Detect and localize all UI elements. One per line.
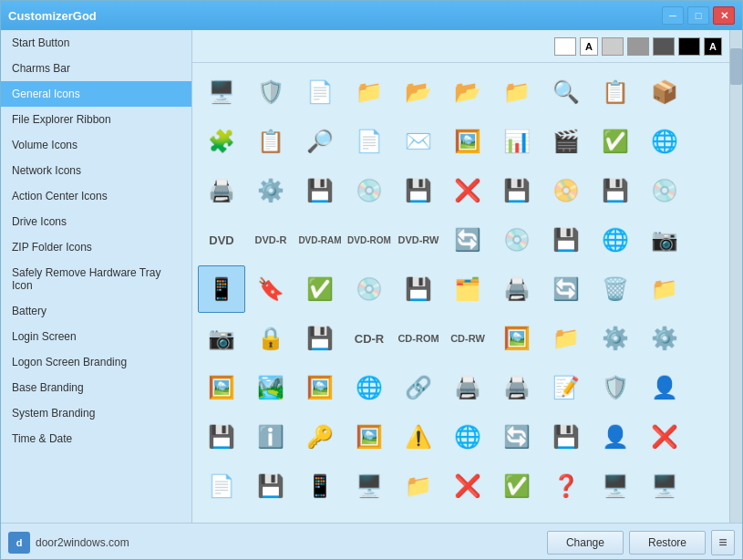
icon-cell-sync[interactable]: 🔄: [542, 265, 590, 313]
icon-cell-dvdr[interactable]: DVD-R: [247, 216, 294, 264]
icon-cell-music[interactable]: 🎵: [493, 512, 541, 523]
icon-cell-shield3[interactable]: 🛡️: [444, 512, 491, 523]
icon-cell-puzzle[interactable]: 🧩: [198, 118, 245, 165]
label-a-white[interactable]: A: [580, 37, 598, 56]
icon-cell-globe3[interactable]: 🌐: [346, 364, 393, 411]
icon-cell-disk4[interactable]: 💾: [296, 315, 344, 362]
icon-cell-dvdrw[interactable]: DVD-RW: [395, 216, 442, 264]
icon-cell-warning[interactable]: ⚠️: [395, 413, 442, 461]
icon-cell-clipboard[interactable]: 📋: [247, 118, 294, 165]
icon-cell-spreadsheet[interactable]: 📊: [493, 118, 541, 165]
menu-button[interactable]: ≡: [711, 530, 735, 555]
icon-cell-display[interactable]: 🖥️: [641, 462, 688, 510]
icon-cell-cancel[interactable]: ❌: [346, 512, 393, 523]
icon-cell-notepad[interactable]: 📝: [542, 364, 590, 411]
sidebar-item-base-branding[interactable]: Base Branding: [1, 375, 191, 400]
icon-cell-presentation[interactable]: 📊: [247, 512, 294, 523]
icon-cell-delete[interactable]: ❌: [641, 413, 688, 461]
icon-cell-globe2[interactable]: 🌐: [592, 216, 639, 264]
icon-cell-folder6[interactable]: 📁: [395, 462, 442, 510]
icon-cell-dvd2[interactable]: DVD: [198, 216, 245, 264]
swatch-light-gray[interactable]: [602, 37, 624, 56]
icon-cell-cdrom[interactable]: CD-ROM: [395, 315, 442, 362]
scrollbar[interactable]: [729, 30, 742, 523]
icon-cell-printer2[interactable]: 🖨️: [493, 265, 541, 313]
icon-cell-printer[interactable]: 🖨️: [198, 167, 245, 214]
icon-cell-save[interactable]: 💾: [198, 413, 245, 461]
sidebar-item-zip-folder-icons[interactable]: ZIP Folder Icons: [1, 234, 191, 260]
icon-cell-verified[interactable]: ✅: [395, 512, 442, 523]
icon-cell-camera[interactable]: 📷: [641, 216, 688, 264]
icon-cell-dvd1[interactable]: 📀: [542, 167, 590, 214]
icon-cell-hdd2[interactable]: 💾: [542, 216, 590, 264]
swatch-black[interactable]: [678, 37, 700, 56]
icon-cell-bookmark[interactable]: 🔖: [247, 265, 294, 313]
icon-cell-disk5[interactable]: 💾: [542, 413, 590, 461]
icon-cell-user[interactable]: 👤: [641, 364, 688, 411]
icon-cell-video[interactable]: 🎬: [542, 118, 590, 165]
icon-cell-landscape[interactable]: 🏞️: [247, 364, 294, 411]
icon-cell-globe[interactable]: 🌐: [641, 118, 688, 165]
sidebar-item-system-branding[interactable]: System Branding: [1, 400, 191, 426]
icon-cell-gallery[interactable]: 🖼️: [296, 364, 344, 411]
icon-cell-key[interactable]: 🔑: [296, 413, 344, 461]
icon-cell-x-mark[interactable]: ❌: [444, 167, 491, 214]
swatch-dark-gray[interactable]: [653, 37, 675, 56]
sidebar-item-start-button[interactable]: Start Button: [1, 30, 191, 56]
icon-cell-question[interactable]: ❓: [542, 462, 590, 510]
icon-cell-shield[interactable]: 🛡️: [247, 68, 294, 116]
icon-cell-camera2[interactable]: 📷: [198, 315, 245, 362]
icon-cell-package[interactable]: 📦: [641, 68, 688, 116]
sidebar-item-action-center-icons[interactable]: Action Center Icons: [1, 183, 191, 209]
icon-cell-cd2[interactable]: 💿: [641, 167, 688, 214]
sidebar-item-general-icons[interactable]: General Icons: [1, 81, 191, 107]
icon-cell-dvdrom[interactable]: DVD-ROM: [346, 216, 393, 264]
icon-cell-screen2[interactable]: 🖥️: [592, 462, 639, 510]
icon-cell-folder3[interactable]: 🗂️: [444, 265, 491, 313]
icon-cell-folder-open[interactable]: 📂: [395, 68, 442, 116]
change-button[interactable]: Change: [547, 531, 624, 555]
icon-cell-trash[interactable]: 🗑️: [592, 265, 639, 313]
sidebar-item-login-screen[interactable]: Login Screen: [1, 324, 191, 349]
icon-cell-mobile[interactable]: 📱: [296, 462, 344, 510]
icon-cell-floppy[interactable]: 💾: [296, 167, 344, 214]
icon-cell-folder4[interactable]: 📁: [641, 265, 688, 313]
icon-cell-drive[interactable]: 💾: [247, 462, 294, 510]
icon-cell-doc2[interactable]: 📄: [346, 118, 393, 165]
icon-cell-check2[interactable]: ✅: [296, 265, 344, 313]
icon-cell-cdr[interactable]: CD-R: [346, 315, 393, 362]
icon-cell-cd3[interactable]: 💿: [493, 216, 541, 264]
icon-cell-folder5[interactable]: 📁: [542, 315, 590, 362]
icon-cell-hdd[interactable]: 💾: [395, 167, 442, 214]
icon-cell-image[interactable]: 🖼️: [444, 118, 491, 165]
icon-cell-dvdram[interactable]: DVD-RAM: [296, 216, 344, 264]
icon-cell-phone[interactable]: 📱: [198, 265, 245, 313]
icon-cell-info[interactable]: ℹ️: [247, 413, 294, 461]
icon-cell-picture[interactable]: 🖼️: [346, 413, 393, 461]
swatch-white[interactable]: [554, 37, 576, 56]
icon-cell-checkmark[interactable]: ✅: [592, 118, 639, 165]
icon-cell-doc3[interactable]: 📄: [198, 462, 245, 510]
icon-cell-image2[interactable]: 🖼️: [493, 315, 541, 362]
icon-cell-settings[interactable]: ⚙️: [592, 315, 639, 362]
icon-cell-email[interactable]: ✉️: [395, 118, 442, 165]
icon-cell-image3[interactable]: 🖼️: [592, 512, 639, 523]
icon-cell-user2[interactable]: 👤: [592, 413, 639, 461]
icon-cell-folder7[interactable]: 📁: [641, 512, 688, 523]
icon-cell-disk1[interactable]: 💾: [493, 167, 541, 214]
icon-cell-doc4[interactable]: 📄: [198, 512, 245, 523]
icon-cell-refresh-disk[interactable]: 🔄: [444, 216, 491, 264]
icon-cell-disk2[interactable]: 💾: [592, 167, 639, 214]
icon-cell-cd4[interactable]: 💿: [346, 265, 393, 313]
sidebar-item-charms-bar[interactable]: Charms Bar: [1, 56, 191, 81]
minimize-button[interactable]: ─: [662, 6, 684, 25]
swatch-mid-gray[interactable]: [627, 37, 649, 56]
icon-cell-pc[interactable]: 🖥️: [346, 462, 393, 510]
sidebar-item-file-explorer-ribbon[interactable]: File Explorer Ribbon: [1, 107, 191, 132]
icon-cell-cd[interactable]: 💿: [346, 167, 393, 214]
icon-cell-pic[interactable]: 🖼️: [198, 364, 245, 411]
sidebar-item-time-date[interactable]: Time & Date: [1, 426, 191, 451]
close-button[interactable]: ✕: [713, 6, 735, 25]
icon-cell-search[interactable]: 🔍: [542, 68, 590, 116]
icon-cell-fax[interactable]: 🖨️: [493, 364, 541, 411]
